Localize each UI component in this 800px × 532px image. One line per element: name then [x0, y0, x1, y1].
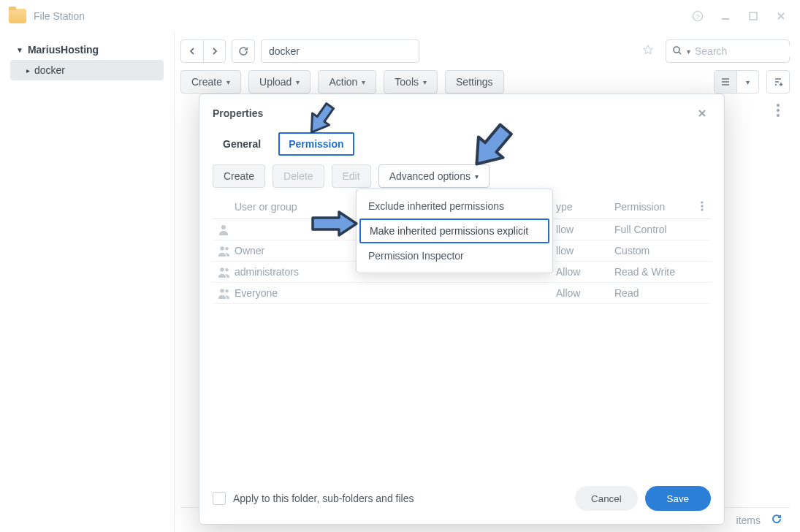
svg-point-11	[220, 267, 224, 272]
chevron-down-icon: ▾	[362, 78, 365, 86]
perm-create-button[interactable]: Create	[213, 164, 265, 188]
create-button[interactable]: Create▾	[180, 70, 241, 94]
table-row[interactable]: Everyone Allow Read	[213, 283, 711, 304]
tree-root[interactable]: ▼ MariusHosting	[10, 39, 164, 60]
svg-rect-3	[750, 12, 757, 20]
svg-point-4	[674, 47, 679, 53]
action-button[interactable]: Action▾	[318, 70, 376, 94]
cell-user: Everyone	[235, 287, 556, 299]
svg-point-10	[225, 247, 229, 251]
favorite-star-icon[interactable]	[642, 45, 654, 58]
tree-root-label: MariusHosting	[28, 44, 99, 56]
col-type: ype	[556, 201, 614, 213]
cell-permission: Read	[614, 287, 693, 299]
reload-button[interactable]	[232, 39, 255, 63]
advanced-options-label: Advanced options	[389, 170, 471, 182]
dd-exclude-inherited[interactable]: Exclude inherited permissions	[357, 194, 552, 218]
cell-type: Allow	[556, 266, 614, 278]
tools-label: Tools	[395, 76, 419, 88]
cell-type: Allow	[556, 287, 614, 299]
action-label: Action	[329, 76, 357, 88]
search-icon	[672, 45, 682, 58]
maximize-icon[interactable]	[743, 6, 763, 26]
status-items-text: items	[736, 514, 761, 526]
annotation-arrow-icon	[303, 97, 338, 141]
tab-general[interactable]: General	[213, 132, 271, 156]
group-icon	[218, 287, 229, 299]
caret-right-icon: ▸	[26, 66, 30, 75]
svg-point-5	[701, 202, 704, 204]
dd-make-explicit[interactable]: Make inherited permissions explicit	[359, 218, 549, 243]
path-input[interactable]	[261, 39, 419, 63]
svg-point-9	[220, 246, 224, 251]
help-icon[interactable]: ?	[687, 6, 708, 26]
col-options-icon[interactable]	[693, 201, 711, 213]
dialog-close-button[interactable]	[693, 104, 711, 122]
tree-child-docker[interactable]: ▸ docker	[10, 60, 164, 80]
sidebar: ▼ MariusHosting ▸ docker	[0, 32, 174, 532]
svg-rect-2	[722, 18, 729, 20]
cell-type: llow	[556, 245, 614, 256]
properties-dialog: Properties General Permission Create Del…	[199, 94, 725, 525]
minimize-icon[interactable]	[715, 6, 736, 26]
create-label: Create	[191, 76, 222, 88]
tools-button[interactable]: Tools▾	[384, 70, 438, 94]
cell-permission: Custom	[614, 245, 693, 256]
nav-back-button[interactable]	[181, 40, 203, 62]
chevron-down-icon[interactable]: ▾	[687, 48, 690, 56]
upload-button[interactable]: Upload▾	[248, 70, 311, 94]
nav-forward-button[interactable]	[203, 40, 225, 62]
titlebar: File Station ?	[0, 0, 800, 32]
apply-to-subfolders-label: Apply to this folder, sub-folders and fi…	[233, 493, 414, 504]
settings-button[interactable]: Settings	[445, 70, 504, 94]
app-folder-icon	[9, 9, 26, 23]
tree-child-label: docker	[34, 64, 65, 76]
sort-button[interactable]	[766, 70, 790, 94]
user-icon	[218, 224, 229, 235]
chevron-down-icon: ▾	[296, 78, 300, 86]
chevron-down-icon: ▾	[423, 78, 427, 86]
annotation-arrow-icon	[462, 117, 521, 175]
dd-permission-inspector[interactable]: Permission Inspector	[357, 243, 552, 268]
svg-point-13	[220, 289, 224, 293]
window-title: File Station	[34, 10, 85, 22]
settings-label: Settings	[456, 76, 493, 88]
save-button[interactable]: Save	[645, 486, 711, 511]
apply-to-subfolders-checkbox[interactable]	[213, 492, 226, 505]
chevron-down-icon: ▾	[226, 78, 230, 86]
search-input[interactable]	[695, 45, 800, 57]
search-box[interactable]: ▾	[666, 39, 790, 63]
list-view-button[interactable]	[715, 71, 736, 93]
svg-point-14	[225, 289, 229, 293]
column-options-icon[interactable]	[771, 104, 785, 117]
svg-point-7	[701, 209, 704, 211]
svg-point-12	[225, 268, 229, 272]
svg-point-8	[221, 225, 226, 229]
col-permission: Permission	[614, 201, 693, 213]
annotation-arrow-icon	[308, 208, 359, 240]
caret-down-icon: ▼	[16, 46, 23, 54]
list-view-caret[interactable]: ▾	[736, 71, 758, 93]
status-refresh-icon[interactable]	[771, 513, 782, 527]
cell-type: llow	[556, 224, 614, 235]
advanced-options-dropdown: Exclude inherited permissions Make inher…	[356, 189, 553, 273]
svg-point-6	[701, 205, 704, 208]
perm-delete-button: Delete	[273, 164, 324, 188]
cancel-button[interactable]: Cancel	[575, 486, 638, 511]
dialog-title: Properties	[213, 107, 263, 119]
cell-permission: Full Control	[614, 224, 693, 235]
upload-label: Upload	[259, 76, 292, 88]
svg-text:?: ?	[696, 13, 699, 20]
cell-permission: Read & Write	[614, 266, 693, 278]
group-icon	[218, 245, 229, 256]
perm-edit-button: Edit	[332, 164, 371, 188]
group-icon	[218, 266, 229, 278]
close-icon[interactable]	[771, 6, 791, 26]
